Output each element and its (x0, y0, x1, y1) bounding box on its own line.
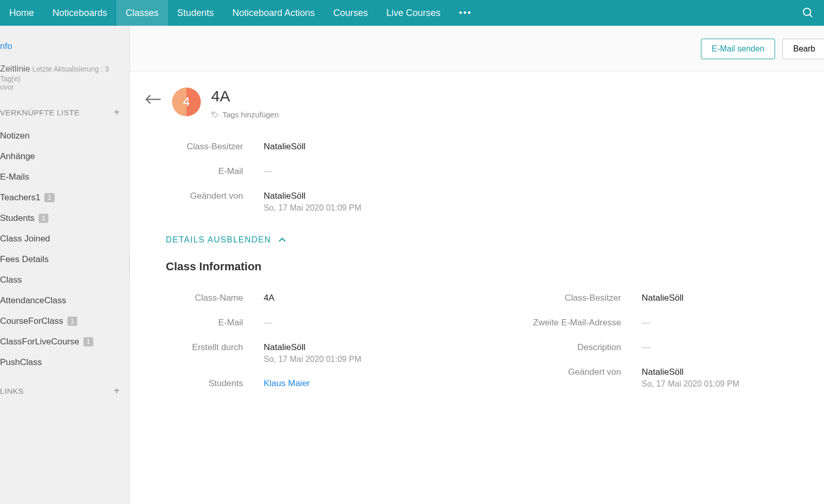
add-linked-icon[interactable]: + (114, 107, 120, 118)
field-label: Erstellt durch (161, 342, 264, 364)
nav-item-home[interactable]: Home (0, 0, 43, 26)
sidebar-item-teachers1[interactable]: Teachers11 (0, 187, 129, 208)
field-value: — (642, 318, 650, 328)
sidebar-item-fees-details[interactable]: Fees Details (0, 249, 129, 270)
sidebar-item-label: Class Joined (0, 234, 50, 244)
field-value-wrap: NatalieSöllSo, 17 Mai 2020 01:09 PM (264, 342, 361, 364)
linked-list-label: VERKNÜPFTE LISTE (0, 108, 80, 117)
field-sub: So, 17 Mai 2020 01:09 PM (264, 355, 361, 364)
add-link-icon[interactable]: + (114, 385, 120, 397)
details-toggle-label: DETAILS AUSBLENDEN (166, 235, 271, 245)
details-toggle[interactable]: DETAILS AUSBLENDEN (130, 220, 824, 260)
timeline-label: Zeitlinie (0, 64, 30, 74)
field-label: Geändert von (492, 367, 642, 389)
field-value-wrap: — (642, 342, 650, 353)
field-label: Class-Besitzer (161, 142, 264, 152)
field-row: StudentsKlaus Maier (161, 371, 492, 396)
field-value: NatalieSöll (264, 191, 361, 201)
field-sub: So, 17 Mai 2020 01:09 PM (264, 203, 361, 213)
sidebar-item-pushclass[interactable]: PushClass (0, 352, 129, 373)
field-label: Description (492, 342, 642, 353)
sidebar-item-label: Students (0, 213, 35, 223)
field-value: NatalieSöll (642, 367, 739, 377)
sidebar-item-label: CourseForClass (0, 316, 63, 326)
sidebar-item-label: Teachers1 (0, 193, 40, 203)
field-value: — (264, 318, 272, 328)
action-bar: E-Mail senden Bearb (130, 26, 824, 72)
field-label: Class-Besitzer (492, 293, 642, 303)
sidebar-item-label: Fees Details (0, 254, 48, 265)
search-icon[interactable] (791, 6, 824, 20)
field-row: Geändert vonNatalieSöllSo, 17 Mai 2020 0… (492, 360, 824, 396)
edit-button[interactable]: Bearb (782, 39, 824, 59)
nav-item-noticeboards[interactable]: Noticeboards (43, 0, 116, 26)
sidebar-item-class-joined[interactable]: Class Joined (0, 229, 129, 249)
sidebar-item-classforlivecourse[interactable]: ClassForLiveCourse1 (0, 332, 129, 352)
class-info-grid: Class-Name4AE-Mail—Erstellt durchNatalie… (130, 286, 824, 396)
badge: 1 (39, 214, 48, 223)
add-tags-button[interactable]: Tags hinzufügen (211, 110, 279, 119)
badge: 1 (83, 337, 93, 346)
send-email-button[interactable]: E-Mail senden (701, 39, 775, 59)
nav-item-live-courses[interactable]: Live Courses (377, 0, 450, 26)
field-row: Class-BesitzerNatalieSöll (161, 134, 824, 159)
info-link[interactable]: nfo (0, 41, 129, 64)
tag-icon (211, 111, 219, 119)
sidebar-item-notizen[interactable]: Notizen (0, 126, 129, 146)
sidebar-item-label: ClassForLiveCourse (0, 337, 79, 347)
nav-item-noticeboard-actions[interactable]: Noticeboard Actions (223, 0, 324, 26)
field-value: 4A (264, 293, 274, 303)
field-row: Class-Name4A (161, 286, 492, 310)
field-value-wrap: 4A (264, 293, 274, 303)
field-value: NatalieSöll (264, 342, 361, 353)
field-label: Geändert von (161, 191, 264, 213)
field-row: Description— (492, 335, 824, 360)
field-value-wrap: NatalieSöll (642, 293, 683, 303)
back-icon[interactable] (145, 88, 162, 109)
field-value: NatalieSöll (642, 293, 683, 303)
nav-item-students[interactable]: Students (168, 0, 223, 26)
chevron-up-icon (279, 237, 286, 242)
add-tags-label: Tags hinzufügen (222, 110, 279, 119)
field-value: — (642, 342, 650, 353)
record-header: 4 4A Tags hinzufügen (130, 72, 824, 134)
sidebar-item-class[interactable]: Class (0, 270, 129, 290)
field-value-wrap: NatalieSöllSo, 17 Mai 2020 01:09 PM (642, 367, 739, 389)
field-row: E-Mail— (161, 159, 824, 184)
sidebar: nfo Zeitlinie Letzte Aktualisierung : 3 … (0, 26, 130, 504)
sidebar-item-e-mails[interactable]: E-Mails (0, 167, 129, 187)
field-value-wrap: — (264, 166, 272, 177)
field-value[interactable]: Klaus Maier (264, 378, 310, 389)
field-row: E-Mail— (161, 310, 492, 335)
sidebar-item-label: Class (0, 275, 22, 285)
nav-item-courses[interactable]: Courses (324, 0, 377, 26)
field-row: Zweite E-Mail-Adresse— (492, 310, 824, 335)
sidebar-item-students[interactable]: Students1 (0, 208, 129, 229)
sidebar-item-label: PushClass (0, 357, 42, 368)
sidebar-item-courseforclass[interactable]: CourseForClass1 (0, 311, 129, 332)
links-label: LINKS (0, 387, 24, 395)
main-content: E-Mail senden Bearb 4 4A Tags hinzufügen… (130, 26, 824, 504)
field-sub: So, 17 Mai 2020 01:09 PM (642, 379, 739, 389)
field-row: Class-BesitzerNatalieSöll (492, 286, 824, 310)
linked-list-heading: VERKNÜPFTE LISTE + (0, 107, 129, 118)
field-label: Students (161, 378, 264, 389)
links-heading: LINKS + (0, 385, 129, 397)
sidebar-item-label: E-Mails (0, 172, 29, 182)
field-label: E-Mail (161, 166, 264, 177)
timeline[interactable]: Zeitlinie Letzte Aktualisierung : 3 Tag(… (0, 64, 129, 91)
field-value: NatalieSöll (264, 142, 305, 152)
sidebar-item-label: Notizen (0, 131, 30, 141)
field-value-wrap: Klaus Maier (264, 378, 310, 389)
more-icon[interactable]: ••• (450, 8, 481, 19)
class-info-heading: Class Information (130, 260, 824, 286)
sidebar-item-anhänge[interactable]: Anhänge (0, 146, 129, 167)
field-value-wrap: — (264, 318, 272, 328)
field-value: — (264, 166, 272, 177)
field-value-wrap: NatalieSöllSo, 17 Mai 2020 01:09 PM (264, 191, 361, 213)
nav-item-classes[interactable]: Classes (116, 0, 168, 26)
field-row: Erstellt durchNatalieSöllSo, 17 Mai 2020… (161, 335, 492, 371)
field-row: Geändert vonNatalieSöllSo, 17 Mai 2020 0… (161, 184, 824, 220)
sidebar-item-attendanceclass[interactable]: AttendanceClass (0, 290, 129, 311)
field-value-wrap: — (642, 318, 650, 328)
